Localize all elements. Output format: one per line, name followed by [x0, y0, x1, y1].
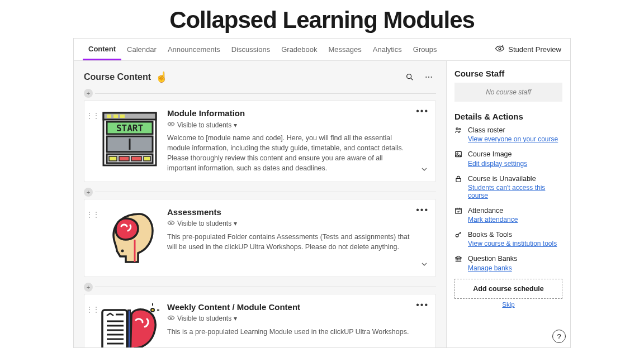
svg-rect-9	[120, 115, 125, 118]
attendance-item: Attendance Mark attendance	[454, 206, 562, 223]
help-button[interactable]: ?	[552, 330, 566, 343]
caret-down-icon: ▾	[234, 121, 237, 129]
app-frame: Content Calendar Announcements Discussio…	[73, 38, 571, 348]
student-preview-button[interactable]: Student Preview	[495, 44, 561, 55]
action-link[interactable]: View everyone on your course	[468, 135, 558, 143]
svg-point-34	[170, 317, 172, 319]
svg-point-41	[456, 234, 458, 237]
eye-icon	[167, 120, 175, 130]
module-card: ⋮⋮ Assessments Visible to students	[84, 199, 436, 277]
tab-groups[interactable]: Groups	[408, 39, 443, 60]
svg-rect-7	[107, 115, 111, 118]
tab-discussions[interactable]: Discussions	[226, 39, 276, 60]
module-menu-button[interactable]: •••	[416, 300, 429, 310]
course-availability-item: Course is Unavailable Students can't acc…	[454, 174, 562, 199]
expand-chevron-icon[interactable]	[420, 260, 429, 271]
bank-icon	[454, 254, 463, 272]
svg-point-31	[151, 308, 154, 312]
lock-icon	[454, 174, 463, 199]
tab-content[interactable]: Content	[83, 39, 121, 60]
svg-point-36	[459, 128, 461, 130]
plus-circle-icon[interactable]: +	[84, 188, 93, 197]
action-label: Books & Tools	[468, 230, 557, 239]
drag-handle-icon[interactable]: ⋮⋮	[89, 108, 97, 174]
svg-point-35	[456, 128, 458, 130]
caret-down-icon: ▾	[234, 315, 237, 322]
sidebar: Course Staff No course staff Details & A…	[446, 61, 570, 347]
module-title: Module Information	[167, 108, 413, 118]
svg-point-0	[499, 47, 501, 50]
pointing-hand-icon: ☝️	[155, 71, 168, 83]
module-title: Assessments	[167, 207, 413, 217]
action-label: Course Image	[468, 150, 527, 159]
module-menu-button[interactable]: •••	[416, 205, 429, 215]
main-content-area: Course Content ☝️ + ⋮⋮	[74, 61, 446, 347]
tab-messages[interactable]: Messages	[323, 39, 367, 60]
svg-text:START: START	[116, 123, 143, 134]
page-title: Collapsed Learning Modules	[0, 0, 644, 38]
svg-point-21	[170, 222, 172, 224]
action-link[interactable]: Edit display settings	[468, 160, 527, 168]
svg-point-20	[121, 249, 124, 252]
module-image-brain	[99, 207, 160, 269]
module-description: This is a pre-populated Learning Module …	[167, 327, 413, 337]
action-label: Attendance	[468, 206, 518, 215]
more-options-button[interactable]	[422, 70, 436, 84]
eye-icon	[167, 314, 175, 323]
svg-rect-16	[119, 156, 129, 161]
module-title: Weekly Content / Module Content	[167, 302, 413, 312]
action-link[interactable]: Students can't access this course	[468, 184, 562, 199]
student-preview-label: Student Preview	[508, 45, 561, 54]
tab-announcements[interactable]: Announcements	[162, 39, 226, 60]
visibility-dropdown[interactable]: Visible to students ▾	[167, 314, 413, 323]
svg-rect-17	[131, 156, 141, 161]
svg-point-1	[407, 74, 411, 79]
drag-handle-icon[interactable]: ⋮⋮	[89, 207, 97, 269]
module-description: Welcome to [module name and code]. Here,…	[167, 133, 413, 174]
add-content-strip[interactable]: +	[84, 89, 436, 98]
action-label: Question Banks	[468, 254, 517, 263]
caret-down-icon: ▾	[234, 220, 237, 227]
add-content-strip[interactable]: +	[84, 283, 436, 292]
tab-analytics[interactable]: Analytics	[367, 39, 408, 60]
tab-calendar[interactable]: Calendar	[121, 39, 162, 60]
expand-chevron-icon[interactable]	[420, 165, 429, 176]
calendar-check-icon	[454, 206, 463, 223]
module-description: This pre-populated Folder contains Asses…	[167, 232, 413, 252]
search-button[interactable]	[402, 70, 417, 84]
svg-rect-39	[456, 178, 461, 182]
course-image-item: Course Image Edit display settings	[454, 150, 562, 167]
action-link[interactable]: Mark attendance	[468, 216, 518, 223]
visibility-dropdown[interactable]: Visible to students ▾	[167, 219, 413, 228]
visibility-text: Visible to students	[177, 220, 231, 227]
action-label: Course is Unavailable	[468, 174, 562, 183]
drag-handle-icon[interactable]: ⋮⋮	[89, 302, 97, 348]
tab-gradebook[interactable]: Gradebook	[276, 39, 323, 60]
question-mark-icon: ?	[557, 332, 561, 341]
module-card: ⋮⋮ START	[84, 100, 436, 182]
svg-rect-22	[102, 310, 127, 348]
svg-rect-18	[144, 156, 150, 161]
course-tabbar: Content Calendar Announcements Discussio…	[74, 39, 570, 61]
svg-rect-6	[103, 113, 156, 120]
course-content-heading: Course Content	[84, 72, 151, 82]
add-content-strip[interactable]: +	[84, 188, 436, 197]
action-link[interactable]: View course & institution tools	[468, 240, 557, 247]
action-link[interactable]: Manage banks	[468, 264, 517, 272]
module-card: ⋮⋮	[84, 294, 436, 348]
skip-link[interactable]: Skip	[454, 301, 562, 308]
course-staff-heading: Course Staff	[454, 69, 562, 78]
plus-circle-icon[interactable]: +	[84, 89, 93, 98]
visibility-text: Visible to students	[177, 315, 231, 322]
image-icon	[454, 150, 463, 167]
add-schedule-button[interactable]: Add course schedule	[454, 279, 562, 299]
visibility-dropdown[interactable]: Visible to students ▾	[167, 120, 413, 130]
module-menu-button[interactable]: •••	[416, 106, 429, 116]
key-icon	[454, 230, 463, 247]
svg-point-4	[431, 77, 432, 78]
module-image-weekly	[99, 302, 160, 348]
visibility-text: Visible to students	[177, 121, 231, 129]
svg-rect-15	[109, 156, 117, 161]
svg-point-38	[457, 153, 458, 154]
plus-circle-icon[interactable]: +	[84, 283, 93, 292]
